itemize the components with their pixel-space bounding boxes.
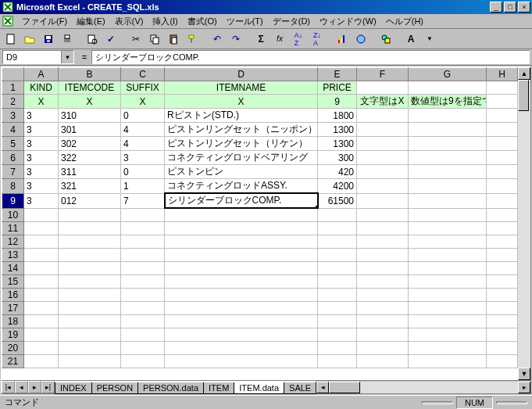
drawing-button[interactable] bbox=[377, 30, 395, 48]
cell[interactable] bbox=[318, 274, 357, 288]
cell[interactable] bbox=[409, 137, 487, 151]
cell[interactable] bbox=[24, 221, 59, 235]
cell[interactable]: 0 bbox=[121, 165, 165, 179]
cell[interactable] bbox=[121, 221, 165, 235]
cell[interactable]: 311 bbox=[59, 165, 121, 179]
cell[interactable] bbox=[165, 221, 318, 235]
cell[interactable] bbox=[318, 208, 357, 221]
map-button[interactable] bbox=[352, 30, 370, 48]
menu-item[interactable]: ヘルプ(H) bbox=[381, 15, 428, 27]
cell[interactable] bbox=[318, 301, 357, 314]
cell[interactable] bbox=[487, 165, 518, 179]
cell[interactable] bbox=[165, 274, 318, 288]
copy-button[interactable] bbox=[146, 30, 163, 48]
spreadsheet-grid[interactable]: ABCDEFGH 1KINDITEMCODESUFFIXITEMNAMEPRIC… bbox=[2, 67, 518, 368]
cell[interactable] bbox=[121, 354, 165, 368]
cell[interactable]: 0 bbox=[121, 109, 165, 123]
sheet-tab[interactable]: PERSON bbox=[91, 382, 138, 394]
cell[interactable] bbox=[121, 328, 165, 341]
column-header[interactable]: E bbox=[318, 68, 357, 81]
cell[interactable] bbox=[59, 301, 121, 314]
menu-item[interactable]: 挿入(I) bbox=[148, 15, 182, 27]
cell[interactable]: 302 bbox=[59, 137, 121, 151]
cell[interactable] bbox=[357, 235, 409, 248]
cell[interactable]: 3 bbox=[24, 123, 59, 137]
hscroll-thumb[interactable] bbox=[329, 382, 360, 393]
cell[interactable] bbox=[121, 341, 165, 354]
menu-item[interactable]: ファイル(F) bbox=[17, 15, 72, 27]
vscroll-track[interactable] bbox=[518, 80, 530, 368]
cell[interactable] bbox=[59, 261, 121, 274]
cell[interactable] bbox=[357, 328, 409, 341]
cell[interactable] bbox=[357, 123, 409, 137]
cell[interactable] bbox=[487, 109, 518, 123]
select-all-button[interactable] bbox=[2, 68, 24, 81]
cell[interactable]: 300 bbox=[318, 151, 357, 165]
cell[interactable] bbox=[59, 208, 121, 221]
cell[interactable] bbox=[165, 208, 318, 221]
cell[interactable] bbox=[487, 193, 518, 208]
scroll-down-button[interactable]: ▼ bbox=[518, 368, 530, 380]
cell[interactable] bbox=[487, 301, 518, 314]
print-button[interactable] bbox=[59, 30, 76, 48]
cell[interactable] bbox=[409, 354, 487, 368]
row-header[interactable]: 15 bbox=[2, 274, 24, 288]
cell[interactable] bbox=[487, 248, 518, 261]
formula-input[interactable]: シリンダーブロックCOMP. bbox=[91, 50, 530, 64]
cell[interactable] bbox=[357, 261, 409, 274]
scroll-up-button[interactable]: ▲ bbox=[518, 67, 530, 80]
row-header[interactable]: 7 bbox=[2, 165, 24, 179]
cell[interactable] bbox=[318, 314, 357, 328]
sheet-tab[interactable]: ITEM.data bbox=[234, 382, 284, 394]
tab-nav-prev-button[interactable]: ◂ bbox=[15, 381, 28, 393]
cell[interactable] bbox=[165, 354, 318, 368]
cell[interactable] bbox=[409, 235, 487, 248]
cell[interactable]: 1 bbox=[121, 179, 165, 194]
cell[interactable]: X bbox=[59, 95, 121, 109]
row-header[interactable]: 5 bbox=[2, 137, 24, 151]
sheet-tab[interactable]: PERSON.data bbox=[137, 382, 204, 394]
row-header[interactable]: 18 bbox=[2, 314, 24, 328]
cell[interactable] bbox=[487, 95, 518, 109]
cell[interactable] bbox=[487, 221, 518, 235]
cell[interactable]: ピストンピン bbox=[165, 165, 318, 179]
chart-button[interactable] bbox=[334, 30, 351, 48]
cell[interactable]: 7 bbox=[121, 193, 165, 208]
cell[interactable]: 4 bbox=[121, 137, 165, 151]
new-button[interactable] bbox=[2, 30, 20, 48]
cell[interactable]: 3 bbox=[24, 179, 59, 194]
cell[interactable] bbox=[409, 314, 487, 328]
sheet-tab[interactable]: SALE bbox=[284, 382, 316, 394]
paste-button[interactable] bbox=[165, 30, 182, 48]
row-header[interactable]: 8 bbox=[2, 179, 24, 194]
cell[interactable]: KIND bbox=[24, 81, 59, 95]
cell[interactable] bbox=[59, 328, 121, 341]
cell[interactable] bbox=[24, 314, 59, 328]
column-header[interactable]: G bbox=[409, 68, 487, 81]
cell[interactable] bbox=[59, 235, 121, 248]
cell[interactable]: 012 bbox=[59, 193, 121, 208]
scroll-right-button[interactable]: ▸ bbox=[518, 382, 530, 393]
cell[interactable] bbox=[409, 193, 487, 208]
cell[interactable] bbox=[165, 341, 318, 354]
cell[interactable] bbox=[357, 81, 409, 95]
cell[interactable] bbox=[487, 261, 518, 274]
print-preview-button[interactable] bbox=[84, 30, 101, 48]
cell[interactable]: 301 bbox=[59, 123, 121, 137]
cell[interactable] bbox=[357, 109, 409, 123]
cell[interactable]: 3 bbox=[24, 193, 59, 208]
cell[interactable] bbox=[318, 341, 357, 354]
close-button[interactable]: × bbox=[518, 2, 530, 13]
cell[interactable] bbox=[121, 208, 165, 221]
row-header[interactable]: 10 bbox=[2, 208, 24, 221]
cell[interactable]: Rピストン(STD.) bbox=[165, 109, 318, 123]
cell[interactable] bbox=[409, 301, 487, 314]
cell[interactable]: 3 bbox=[24, 109, 59, 123]
tab-nav-first-button[interactable]: |◂ bbox=[2, 381, 15, 393]
cell[interactable] bbox=[487, 123, 518, 137]
dropdown-icon[interactable]: ▼ bbox=[421, 30, 438, 48]
cell[interactable] bbox=[487, 341, 518, 354]
cell[interactable] bbox=[318, 288, 357, 301]
cell[interactable] bbox=[121, 235, 165, 248]
cell[interactable]: 1300 bbox=[318, 137, 357, 151]
